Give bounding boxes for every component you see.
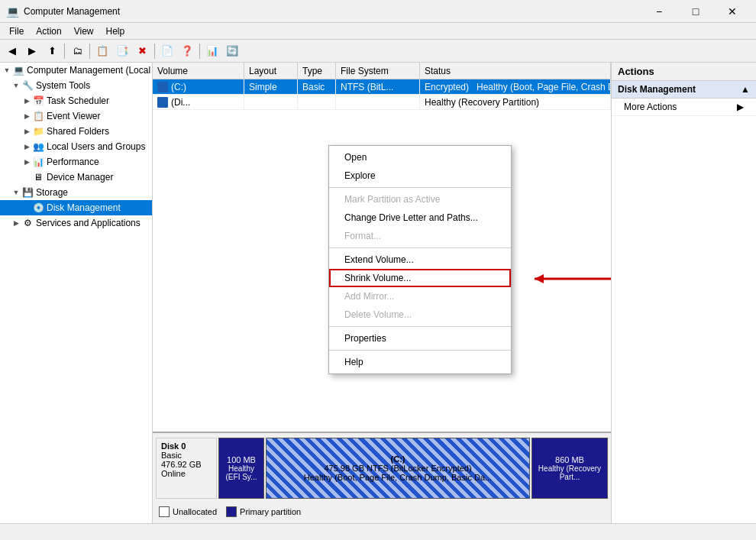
partition-c-size: 475.98 GB NTFS (BitLocker Encrypted) [324, 464, 471, 473]
actions-more-actions[interactable]: More Actions ▶ [612, 99, 756, 116]
disk-name: Disk 0 [161, 441, 212, 451]
cell-status-1: Encrypted) Healthy (Boot, Page File, Cra… [420, 79, 611, 94]
menu-view[interactable]: View [68, 24, 100, 38]
more-actions-label: More Actions [624, 102, 677, 112]
show-hide-button[interactable]: 🗂 [68, 42, 86, 60]
event-viewer-icon: 📋 [32, 110, 44, 122]
tree-node-storage[interactable]: ▼ 💾 Storage [0, 185, 152, 200]
tree-label-task: Task Scheduler [47, 95, 109, 106]
tree-label-services: Services and Applications [36, 218, 141, 228]
actions-header: Actions [612, 63, 756, 81]
expander-icon: ▼ [2, 65, 12, 76]
ctx-delete-volume: Delete Volume... [329, 306, 511, 324]
ctx-open[interactable]: Open [329, 148, 511, 167]
menu-file[interactable]: File [3, 24, 30, 38]
actions-panel: Actions Disk Management ▲ More Actions ▶ [611, 63, 756, 523]
close-button[interactable]: ✕ [715, 0, 750, 23]
actions-section-title[interactable]: Disk Management ▲ [612, 81, 756, 99]
disk-label: Disk 0 Basic 476.92 GB Online [156, 438, 217, 499]
tree-node-shared-folders[interactable]: ▶ 📁 Shared Folders [0, 124, 152, 139]
partition-efi[interactable]: 100 MB Healthy (EFI Sy... [218, 438, 264, 499]
partition-recovery-size: 860 MB [555, 455, 584, 464]
menu-action[interactable]: Action [30, 24, 67, 38]
ctx-shrink-volume[interactable]: Shrink Volume... [329, 269, 511, 287]
ctx-add-mirror: Add Mirror... [329, 287, 511, 306]
tree-label-system-tools: System Tools [36, 80, 90, 91]
disk-row: Disk 0 Basic 476.92 GB Online 100 MB Hea… [156, 438, 608, 499]
back-button[interactable]: ◀ [3, 42, 21, 60]
actions-section-arrow: ▲ [741, 84, 750, 95]
tree-node-event-viewer[interactable]: ▶ 📋 Event Viewer [0, 108, 152, 124]
expander-services: ▶ [11, 218, 21, 228]
table-row[interactable]: (C:) Simple Basic NTFS (BitL... Encrypte… [153, 79, 611, 95]
col-status[interactable]: Status [420, 63, 611, 79]
legend-unalloc-box [159, 506, 170, 517]
ctx-properties[interactable]: Properties [329, 329, 511, 348]
toolbar-sep-2 [89, 44, 90, 59]
tree-node-task-scheduler[interactable]: ▶ 📅 Task Scheduler [0, 93, 152, 108]
table-row[interactable]: (Di... Healthy (Recovery Partition) [153, 95, 611, 110]
disk-legend: Unallocated Primary partition [153, 503, 611, 520]
col-type[interactable]: Type [298, 63, 336, 79]
ctx-format: Format... [329, 227, 511, 245]
computer-icon: 💻 [12, 64, 24, 76]
tree-node-device-manager[interactable]: ▶ 🖥 Device Manager [0, 170, 152, 185]
up-button[interactable]: ⬆ [43, 42, 61, 60]
content-area: Volume Layout Type File System Status (C… [153, 63, 611, 523]
legend-primary-label: Primary partition [240, 507, 301, 516]
ctx-sep-2 [329, 247, 511, 248]
partition-recovery[interactable]: 860 MB Healthy (Recovery Part... [531, 438, 608, 499]
col-filesystem[interactable]: File System [336, 63, 420, 79]
tree-label-performance: Performance [47, 157, 99, 167]
ctx-sep-1 [329, 187, 511, 188]
minimize-button[interactable]: − [641, 0, 677, 23]
ctx-change-drive-letter[interactable]: Change Drive Letter and Paths... [329, 209, 511, 227]
properties-button[interactable]: 📄 [158, 42, 176, 60]
tree-node-performance[interactable]: ▶ 📊 Performance [0, 154, 152, 170]
shared-folders-icon: 📁 [32, 125, 44, 137]
tree-node-system-tools[interactable]: ▼ 🔧 System Tools [0, 78, 152, 93]
col-layout[interactable]: Layout [244, 63, 298, 79]
tree-panel: ▼ 💻 Computer Management (Local ▼ 🔧 Syste… [0, 63, 153, 523]
actions-section-label: Disk Management [618, 84, 696, 95]
ctx-explore[interactable]: Explore [329, 167, 511, 185]
legend-unalloc-label: Unallocated [173, 507, 217, 516]
ctx-extend-volume[interactable]: Extend Volume... [329, 251, 511, 269]
expander-system-tools: ▼ [11, 80, 21, 91]
partition-recovery-status: Healthy (Recovery Part... [535, 464, 604, 481]
tree-label-computer: Computer Management (Local [27, 65, 150, 76]
legend-unallocated: Unallocated [159, 506, 217, 517]
performance-icon: 📊 [32, 156, 44, 168]
export-button[interactable]: 📊 [203, 42, 221, 60]
menu-help[interactable]: Help [100, 24, 131, 38]
paste-button[interactable]: 📑 [113, 42, 131, 60]
legend-primary-box [226, 506, 237, 517]
expander-shared: ▶ [21, 126, 32, 137]
toolbar-sep-4 [199, 44, 200, 59]
tree-node-services[interactable]: ▶ ⚙ Services and Applications [0, 215, 152, 231]
tree-node-disk-management[interactable]: ▶ 💿 Disk Management [0, 200, 152, 215]
forward-button[interactable]: ▶ [23, 42, 41, 60]
main-container: ▼ 💻 Computer Management (Local ▼ 🔧 Syste… [0, 63, 756, 523]
partition-efi-status: Healthy (EFI Sy... [222, 464, 260, 481]
refresh-button[interactable]: 🔄 [223, 42, 241, 60]
ctx-mark-active: Mark Partition as Active [329, 190, 511, 209]
task-scheduler-icon: 📅 [32, 95, 44, 107]
copy-button[interactable]: 📋 [93, 42, 111, 60]
maximize-button[interactable]: □ [678, 0, 713, 23]
disk-type: Basic [161, 451, 212, 460]
help-button[interactable]: ❓ [178, 42, 196, 60]
partition-c[interactable]: (C:) 475.98 GB NTFS (BitLocker Encrypted… [266, 438, 530, 499]
ctx-help[interactable]: Help [329, 353, 511, 371]
tree-node-local-users[interactable]: ▶ 👥 Local Users and Groups [0, 139, 152, 154]
toolbar: ◀ ▶ ⬆ 🗂 📋 📑 ✖ 📄 ❓ 📊 🔄 [0, 40, 756, 63]
status-bar [0, 523, 756, 540]
legend-primary: Primary partition [226, 506, 301, 517]
tree-node-computer-management[interactable]: ▼ 💻 Computer Management (Local [0, 63, 152, 78]
col-volume[interactable]: Volume [153, 63, 244, 79]
delete-button[interactable]: ✖ [133, 42, 151, 60]
expander-users: ▶ [21, 141, 32, 152]
expander-storage: ▼ [11, 187, 21, 198]
cell-layout-2 [244, 95, 298, 109]
partition-c-status: Healthy (Boot, Page File, Crash Dump, Ba… [304, 473, 492, 482]
